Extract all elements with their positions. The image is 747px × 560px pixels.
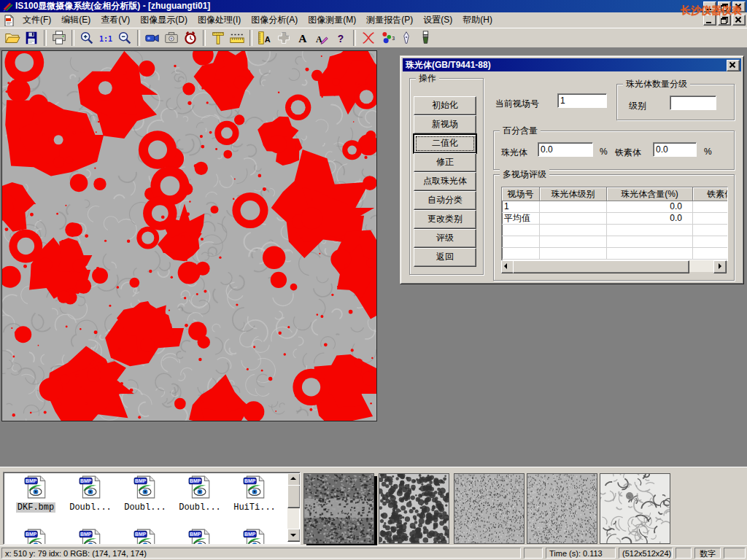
table-column-1[interactable]: 视场号 [502,187,540,201]
rating-table-hscrollbar[interactable] [501,260,727,272]
op-button-9[interactable]: 返回 [414,248,476,267]
op-button-5[interactable]: 点取珠光体 [414,172,476,191]
op-button-4[interactable]: 修正 [414,153,476,172]
table-column-2[interactable]: 珠光体级别 [540,187,607,201]
file-item-Doubl...[interactable]: BMPDoubl... [64,475,117,513]
current-field-label: 当前视场号 [495,98,539,110]
open-icon[interactable] [4,29,21,47]
percent-group-label: 百分含量 [500,125,541,136]
video-camera-icon[interactable] [144,29,161,47]
ruler-icon[interactable] [228,29,246,47]
caliper-icon[interactable] [209,29,227,47]
actual-size-icon[interactable]: 1:1 [97,29,115,47]
rating-table[interactable]: 视场号珠光体级别珠光体含量(%)铁素体含量(%) 10.0平均值0.0 [501,187,728,261]
pearlite-percent-input[interactable] [538,142,593,157]
table-cell: 1 [502,201,540,213]
file-item-Doubl...[interactable]: BMPDoubl... [119,475,171,513]
delete-curve-icon[interactable] [360,29,377,47]
toolbar-separator [203,30,206,46]
scroll-down-button[interactable] [287,529,301,542]
document-icon[interactable] [3,15,15,26]
grid-icon[interactable] [275,29,293,47]
table-cell [502,225,540,236]
file-item-partial[interactable]: BMP [9,528,62,545]
brush-icon[interactable] [417,29,434,47]
menu-item-5[interactable]: 图像处理(I) [193,13,246,26]
app-logo-icon [2,1,13,12]
window-title: IS100显微摄像系统(金相分析版) - [zhuguangti01] [15,0,210,12]
file-item-HuiTi...[interactable]: BMPHuiTi... [228,475,281,513]
table-cell: 0.0 [607,213,693,225]
table-cell [540,225,607,236]
status-spacer-1 [524,548,543,559]
svg-text:3: 3 [392,36,395,41]
menu-item-8[interactable]: 测量报告(P) [361,13,418,26]
zoom-in-icon[interactable] [78,29,96,47]
dialog-close-button[interactable] [727,60,740,71]
file-browser-vscrollbar[interactable] [287,473,299,542]
print-icon[interactable] [50,29,68,47]
op-button-2[interactable]: 新视场 [414,115,476,134]
hscroll-thumb[interactable] [513,260,689,273]
op-button-7[interactable]: 更改类别 [414,210,476,229]
op-button-1[interactable]: 初始化 [414,96,476,115]
help-icon[interactable]: ? [332,29,349,47]
micrograph-thumbnail-5[interactable] [600,473,670,544]
svg-text:BMP: BMP [135,532,147,537]
table-column-4[interactable]: 铁素体含量(%) [693,187,728,201]
menu-item-2[interactable]: 编辑(E) [56,13,96,26]
table-row[interactable] [502,225,727,236]
menu-item-1[interactable]: 文件(F) [18,13,56,26]
op-button-8[interactable]: 评级 [414,229,476,248]
menu-item-9[interactable]: 设置(S) [418,13,457,26]
file-item-Doubl...[interactable]: BMPDoubl... [174,475,226,513]
file-item-partial[interactable]: BMP [174,528,226,545]
menu-item-7[interactable]: 图像测量(M) [303,13,361,26]
menu-item-10[interactable]: 帮助(H) [457,13,498,26]
svg-text:BMP: BMP [26,532,37,537]
table-row[interactable]: 10.0 [502,201,727,213]
bottom-panel: BMPDKF.bmpBMPDoubl...BMPDoubl...BMPDoubl… [0,467,747,546]
classify-icon[interactable]: 3 [379,29,396,47]
zoom-out-icon[interactable] [116,29,133,47]
bmp-file-icon: BMP [119,528,171,545]
table-column-3[interactable]: 珠光体含量(%) [607,187,693,201]
op-button-6[interactable]: 自动分类 [414,191,476,210]
menu-item-3[interactable]: 查看(V) [96,13,135,26]
camera-icon[interactable] [163,29,180,47]
text-icon[interactable]: A [294,29,311,47]
save-icon[interactable] [23,29,40,47]
table-row[interactable] [502,248,727,260]
file-item-partial[interactable]: BMP [64,528,117,545]
micrograph-thumbnail-2[interactable] [379,473,449,544]
grade-input[interactable] [670,96,716,110]
micrograph-thumbnail-3[interactable] [454,473,525,544]
timer-icon[interactable] [182,29,199,47]
dialog-title-bar[interactable]: 珠光体(GB/T9441-88) [403,58,741,71]
ferrite-percent-input[interactable] [653,142,697,157]
table-row[interactable]: 平均值0.0 [502,213,727,225]
calibrate-icon[interactable]: A [256,29,274,47]
table-cell [540,201,607,213]
annotate-icon[interactable]: A [313,29,330,47]
table-row[interactable] [502,236,727,248]
micrograph-image[interactable] [1,50,377,421]
micrograph-thumbnail-4[interactable] [527,473,597,544]
pen-icon[interactable] [398,29,415,47]
menu-item-4[interactable]: 图像显示(D) [135,13,193,26]
file-label: Doubl... [68,502,113,513]
micrograph-thumbnail-1[interactable] [303,473,374,544]
file-browser[interactable]: BMPDKF.bmpBMPDoubl...BMPDoubl...BMPDoubl… [3,472,301,545]
vscroll-thumb[interactable] [287,485,301,508]
table-cell [607,248,693,260]
file-item-partial[interactable]: BMP [228,528,281,545]
table-cell [540,236,607,248]
file-item-partial[interactable]: BMP [119,528,171,545]
bmp-file-icon: BMP [174,475,226,502]
current-field-input[interactable] [557,93,607,108]
toolbar: 1:1AAA?3 [0,28,747,48]
op-button-3[interactable]: 二值化 [414,134,476,153]
file-item-DKF.bmp[interactable]: BMPDKF.bmp [9,475,62,513]
scroll-right-button[interactable] [713,260,727,273]
menu-item-6[interactable]: 图像分析(A) [246,13,303,26]
